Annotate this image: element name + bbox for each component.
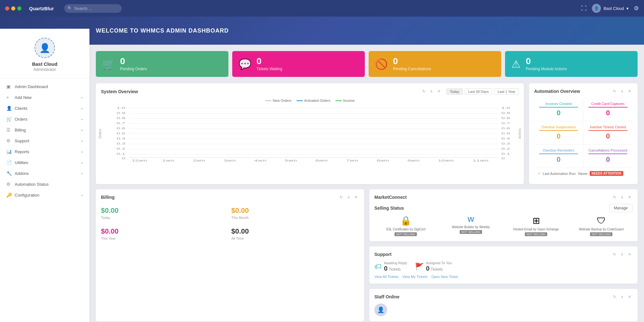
bottom-row: Billing ↻ ∧ ✕ $0.00 Today $0.00 This Mon… [96,189,638,321]
sidebar-item-orders[interactable]: 🛒Orders ▸ [0,114,89,124]
sidebar-label: Utilities [15,160,28,165]
refresh-icon[interactable]: ↻ [612,251,617,257]
chevron-right-icon: ▸ [81,117,83,121]
assigned-count: 0 [426,265,430,272]
pending-orders-label: Pending Orders [120,67,147,71]
svg-text:0.6: 0.6 [117,127,125,130]
module-actions-label: Pending Module Actions [526,67,567,71]
chevron-right-icon: ▸ [81,128,83,132]
sidebar-item-support[interactable]: ⚙Support ▸ [0,135,89,146]
view-all-tickets-link[interactable]: View All Tickets [374,275,399,279]
support-icon: ⚙ [6,138,12,143]
auto-label: Credit Card Captures [588,102,627,108]
sidebar-item-automation-status[interactable]: ⚙Automation Status [0,179,89,190]
open-new-ticket-link[interactable]: Open New Ticket [431,275,458,279]
close-icon[interactable]: ✕ [627,251,632,257]
stat-card-pending-orders: 🛒 0 Pending Orders [96,51,228,77]
collapse-icon[interactable]: ∧ [619,88,625,94]
legend-new-orders: New Orders [273,99,292,102]
collapse-icon[interactable]: ∧ [346,194,351,200]
auto-item-invoices: Invoices Created 0 [534,98,583,121]
billing-year-period: This Year [101,236,229,240]
billing-title: Billing [101,195,115,200]
support-row: 🏷 Awaiting Reply 0 Tickets 🚩 Assigned To… [374,261,632,272]
svg-text:0.4: 0.4 [117,137,126,140]
maximize-button[interactable] [17,6,21,11]
sidebar-label: Configuration [15,193,39,198]
user-menu[interactable]: 👤 Bast Cloud ▾ [592,4,629,13]
widget-header: Billing ↻ ∧ ✕ [101,194,359,200]
last-run-value: Never [578,172,587,176]
sidebar-label: Clients [15,106,27,111]
sidebar-item-reports[interactable]: 📊Reports ▸ [0,146,89,157]
sidebar-label: Automation Status [15,182,49,187]
refresh-icon[interactable]: ↻ [612,194,617,200]
close-icon[interactable]: ✕ [353,194,359,200]
svg-text:0.2: 0.2 [502,147,510,150]
staff-avatar: 👤 [374,303,387,316]
auto-value: 0 [539,155,578,164]
minimize-button[interactable] [11,6,15,11]
not-selling-badge: NOT SELLING [460,230,482,234]
market-item-name: Website Builder by Weebly [440,225,502,229]
market-item-name: Website Backup by CodeGuard [570,227,632,231]
collapse-icon[interactable]: ∧ [429,88,434,95]
refresh-icon[interactable]: ↻ [612,88,617,94]
sidebar-item-billing[interactable]: ☰Billing ▸ [0,124,89,135]
window-controls [5,6,21,11]
widget-controls: ↻ ∧ ✕ [612,194,632,200]
app-logo: QuartzBlur [29,6,54,11]
not-selling-badge: NOT SELLING [395,232,417,236]
legend-new-orders-dot [265,100,272,101]
banner-title: WELCOME TO WHMCS ADMIN DASHBOARD [96,27,229,34]
cancel-icon: 🚫 [375,58,388,70]
collapse-icon[interactable]: ∧ [619,194,625,200]
sidebar-item-admin-dashboard[interactable]: ▣Admin Dashboard [0,81,89,92]
sidebar-item-addons[interactable]: 🔧Addons ▸ [0,168,89,179]
search-input[interactable] [64,4,122,13]
gear-icon[interactable]: ⚙ [634,5,639,12]
module-actions-count: 0 [526,57,567,66]
svg-text:0.7: 0.7 [117,122,125,125]
refresh-icon[interactable]: ↻ [612,294,617,300]
close-icon[interactable]: ✕ [627,294,632,300]
stat-card-pending-module-actions: ⚠ 0 Pending Module Actions [505,51,638,77]
needs-attention-badge: NEEDS ATTENTION [590,171,623,176]
time-btn-1year[interactable]: Last 1 Year [494,88,519,95]
layout: 👤 Bast Cloud Administrator ▣Admin Dashbo… [0,45,644,322]
collapse-icon[interactable]: ∧ [619,294,625,300]
svg-text:6am: 6am [315,159,327,162]
auto-item-inactive-tickets: Inactive Tickets Closed 0 [583,121,632,145]
orders-icon: 🛒 [6,116,12,122]
close-icon[interactable]: ✕ [627,194,632,200]
sidebar-profile: 👤 Bast Cloud Administrator [0,29,89,79]
collapse-icon[interactable]: ∧ [619,251,625,257]
refresh-icon[interactable]: ↻ [338,194,344,200]
close-icon[interactable]: ✕ [627,88,632,94]
auto-item-cancellations: Cancellations Processed 0 [583,145,632,168]
refresh-icon[interactable]: ↻ [421,88,427,95]
billing-widget: Billing ↻ ∧ ✕ $0.00 Today $0.00 This Mon… [96,189,364,321]
sidebar-item-configuration[interactable]: 🔑Configuration ▸ [0,190,89,200]
sidebar-label: Admin Dashboard [15,84,48,89]
close-button[interactable] [5,6,9,11]
cancellations-count: 0 [393,57,431,66]
right-column: MarketConnect ↻ ∧ ✕ Selling Status Manag… [369,189,638,321]
time-btn-30days[interactable]: Last 30 Days [465,88,492,95]
sidebar-item-add-new[interactable]: +Add New ▸ [0,92,89,103]
svg-text:8am: 8am [377,159,389,162]
view-my-tickets-link[interactable]: View My Tickets [402,275,428,279]
time-btn-today[interactable]: Today [446,88,463,95]
market-item-backup: 🛡 Website Backup by CodeGuard NOT SELLIN… [570,215,632,236]
sidebar-item-clients[interactable]: 👤Clients ▸ [0,103,89,114]
svg-text:0.5: 0.5 [502,132,510,135]
email-icon: ⊞ [505,215,567,226]
svg-text:4am: 4am [254,159,266,162]
fullscreen-icon[interactable]: ⛶ [581,5,587,12]
sidebar-item-utilities[interactable]: 📄Utilities ▸ [0,157,89,168]
manage-button[interactable]: Manage [609,204,632,212]
sidebar-role: Administrator [5,67,84,72]
close-icon[interactable]: ✕ [436,88,442,95]
auto-label: Cancellations Processed [588,148,627,154]
stat-cards: 🛒 0 Pending Orders 💬 0 Tickets Waiting 🚫… [96,51,638,77]
